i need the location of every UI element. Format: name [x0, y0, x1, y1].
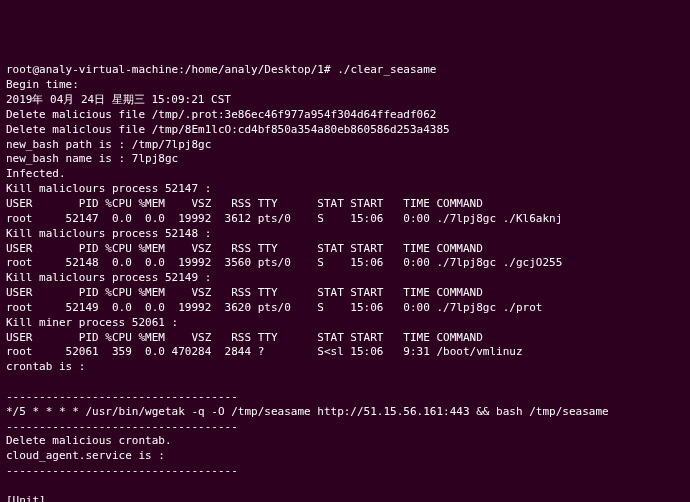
begin-label: Begin time: [6, 78, 79, 91]
kill-proc-4: Kill miner process 52061 : [6, 316, 178, 329]
prompt-command: ./clear_seasame [331, 63, 437, 76]
new-bash-name: new_bash name is : 7lpj8gc [6, 152, 178, 165]
proc-header: USER PID %CPU %MEM VSZ RSS TTY STAT STAR… [6, 286, 483, 299]
proc-row-4: root 52061 359 0.0 470284 2844 ? S<sl 15… [6, 345, 523, 358]
proc-row-1: root 52147 0.0 0.0 19992 3612 pts/0 S 15… [6, 212, 562, 225]
new-bash-path: new_bash path is : /tmp/7lpj8gc [6, 138, 211, 151]
proc-header: USER PID %CPU %MEM VSZ RSS TTY STAT STAR… [6, 197, 483, 210]
dash-line: ----------------------------------- [6, 420, 238, 433]
kill-proc-3: Kill maliclours process 52149 : [6, 271, 211, 284]
prompt-path: :/home/analy/Desktop/1# [178, 63, 330, 76]
proc-row-2: root 52148 0.0 0.0 19992 3560 pts/0 S 15… [6, 256, 562, 269]
proc-row-3: root 52149 0.0 0.0 19992 3620 pts/0 S 15… [6, 301, 542, 314]
terminal-output[interactable]: root@analy-virtual-machine:/home/analy/D… [6, 63, 684, 502]
delete-file-2: Delete maliclous file /tmp/8Em1lcO:cd4bf… [6, 123, 450, 136]
dash-line: ----------------------------------- [6, 390, 238, 403]
cloud-agent-label: cloud_agent.service is : [6, 449, 165, 462]
begin-time: 2019年 04月 24日 星期三 15:09:21 CST [6, 93, 231, 106]
delete-crontab: Delete malicious crontab. [6, 434, 172, 447]
cron-rule: */5 * * * * /usr/bin/wgetak -q -O /tmp/s… [6, 405, 609, 418]
proc-header: USER PID %CPU %MEM VSZ RSS TTY STAT STAR… [6, 331, 483, 344]
infected-label: Infected. [6, 167, 66, 180]
kill-proc-2: Kill maliclours process 52148 : [6, 227, 211, 240]
unit-section: [Unit] [6, 494, 46, 502]
crontab-label: crontab is : [6, 360, 85, 373]
delete-file-1: Delete malicious file /tmp/.prot:3e86ec4… [6, 108, 436, 121]
kill-proc-1: Kill maliclours process 52147 : [6, 182, 211, 195]
proc-header: USER PID %CPU %MEM VSZ RSS TTY STAT STAR… [6, 242, 483, 255]
dash-line: ----------------------------------- [6, 464, 238, 477]
prompt-user-host: root@analy-virtual-machine [6, 63, 178, 76]
